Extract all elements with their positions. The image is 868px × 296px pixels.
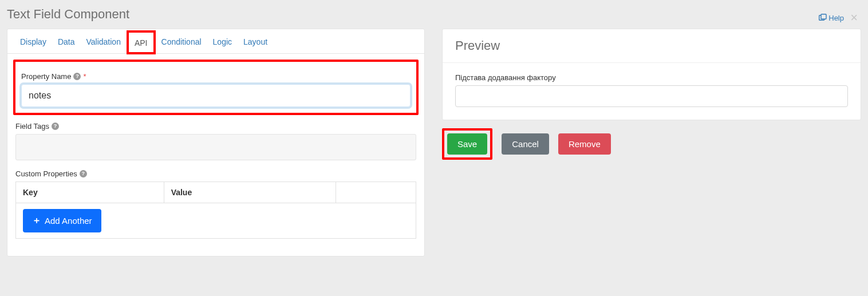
actions-header (336, 182, 416, 203)
save-highlight: Save (442, 128, 492, 160)
field-tags-input[interactable] (15, 134, 416, 160)
tab-api[interactable]: API (127, 30, 156, 54)
value-header: Value (164, 182, 336, 203)
preview-panel-wrapper: Preview Підстава додавання фактору Save … (442, 29, 861, 160)
table-row: ＋ Add Another (16, 203, 416, 239)
field-tags-label: Field Tags ? (15, 122, 416, 131)
cancel-button[interactable]: Cancel (502, 133, 549, 155)
add-another-button[interactable]: ＋ Add Another (23, 209, 101, 232)
help-link[interactable]: Help (819, 14, 844, 22)
property-name-highlight: Property Name ? * (13, 60, 419, 115)
tab-bar: Display Data Validation API Conditional … (7, 29, 424, 54)
svg-rect-1 (821, 14, 826, 19)
help-tooltip-icon[interactable]: ? (52, 123, 59, 130)
tab-display[interactable]: Display (14, 29, 52, 53)
help-tooltip-icon[interactable]: ? (73, 73, 81, 80)
key-header: Key (16, 182, 164, 203)
preview-card: Preview Підстава додавання фактору (442, 29, 861, 120)
help-link-label: Help (828, 14, 844, 22)
component-editor-modal: Text Field Component Help × Display Data… (7, 7, 861, 256)
close-icon[interactable]: × (850, 10, 858, 25)
save-button[interactable]: Save (447, 133, 487, 155)
preview-title: Preview (455, 38, 848, 53)
remove-button[interactable]: Remove (558, 133, 611, 155)
plus-icon: ＋ (32, 215, 41, 227)
tab-logic[interactable]: Logic (207, 29, 238, 53)
tab-conditional[interactable]: Conditional (156, 29, 207, 53)
custom-properties-label: Custom Properties ? (15, 169, 416, 178)
required-asterisk: * (83, 72, 86, 81)
property-name-input[interactable] (21, 84, 411, 107)
new-window-icon (819, 14, 827, 22)
table-header-row: Key Value (16, 182, 416, 203)
tab-layout[interactable]: Layout (238, 29, 273, 53)
property-name-label: Property Name ? * (21, 72, 411, 81)
tab-data[interactable]: Data (52, 29, 81, 53)
action-buttons: Save Cancel Remove (442, 128, 861, 160)
preview-text-input[interactable] (455, 85, 848, 107)
modal-title: Text Field Component (7, 7, 861, 22)
tab-validation[interactable]: Validation (80, 29, 126, 53)
preview-field-label: Підстава додавання фактору (455, 73, 848, 82)
help-tooltip-icon[interactable]: ? (80, 170, 87, 177)
settings-panel: Display Data Validation API Conditional … (7, 29, 425, 256)
custom-properties-table: Key Value ＋ Add Another (15, 181, 416, 239)
